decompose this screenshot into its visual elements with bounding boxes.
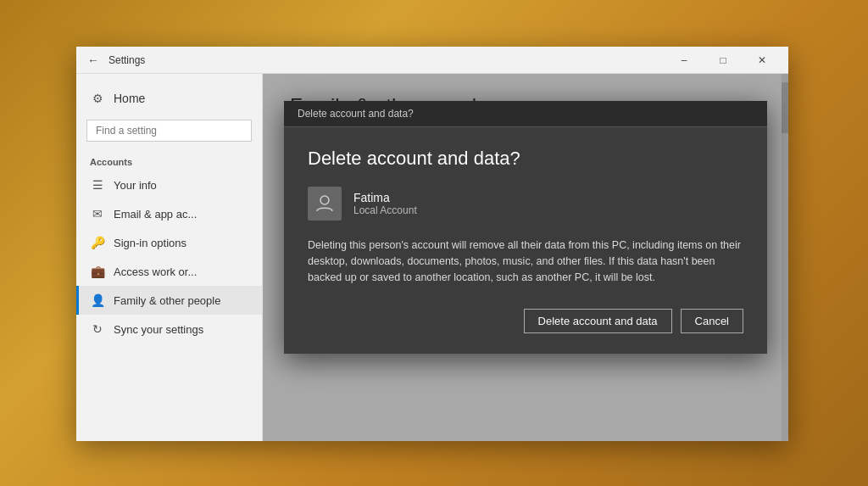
- sidebar-section-label: Accounts: [76, 148, 262, 170]
- dialog-titlebar: Delete account and data?: [284, 101, 767, 127]
- sidebar-item-your-info[interactable]: ☰ Your info: [76, 170, 262, 199]
- minimize-button[interactable]: –: [665, 47, 704, 74]
- sidebar-item-signin[interactable]: 🔑 Sign-in options: [76, 228, 262, 257]
- cancel-button[interactable]: Cancel: [681, 309, 743, 333]
- dialog-account-type: Local Account: [353, 204, 417, 216]
- sync-icon: ↻: [90, 321, 105, 337]
- svg-point-0: [320, 196, 329, 204]
- sidebar: ⚙ Home Accounts ☰ Your info ✉ Email & ap…: [76, 74, 263, 441]
- dialog-titlebar-text: Delete account and data?: [298, 108, 414, 120]
- dialog-user-row: Fatima Local Account: [308, 187, 743, 221]
- sidebar-item-label: Email & app ac...: [114, 208, 197, 221]
- dialog-username: Fatima: [353, 191, 417, 204]
- dialog-overlay: Delete account and data? Delete account …: [263, 74, 788, 441]
- main-content: Family & other people Set up assigned ac…: [263, 74, 788, 441]
- dialog-body: Delete account and data? Fatima: [284, 127, 767, 354]
- sidebar-item-access[interactable]: 💼 Access work or...: [76, 257, 262, 286]
- sidebar-item-family[interactable]: 👤 Family & other people: [76, 286, 262, 315]
- window-controls: – □ ✕: [665, 47, 782, 74]
- maximize-button[interactable]: □: [704, 47, 743, 74]
- sidebar-item-label: Sign-in options: [114, 237, 186, 249]
- home-label: Home: [114, 92, 145, 105]
- window-body: ⚙ Home Accounts ☰ Your info ✉ Email & ap…: [76, 74, 788, 441]
- sidebar-item-label: Sync your settings: [114, 323, 203, 336]
- signin-icon: 🔑: [90, 235, 105, 250]
- access-icon: 💼: [90, 264, 105, 279]
- search-input[interactable]: [86, 120, 252, 142]
- sidebar-item-label: Family & other people: [114, 294, 220, 307]
- dialog-heading: Delete account and data?: [308, 148, 743, 170]
- settings-window: ← Settings – □ ✕ ⚙ Home Accounts ☰ Your …: [76, 47, 788, 441]
- dialog-user-info: Fatima Local Account: [353, 191, 417, 216]
- delete-account-button[interactable]: Delete account and data: [524, 309, 672, 333]
- window-title: Settings: [108, 54, 665, 66]
- sidebar-item-email[interactable]: ✉ Email & app ac...: [76, 199, 262, 228]
- sidebar-home[interactable]: ⚙ Home: [76, 84, 262, 113]
- delete-dialog: Delete account and data? Delete account …: [284, 101, 767, 354]
- sidebar-item-label: Access work or...: [114, 265, 197, 278]
- avatar: [308, 187, 342, 221]
- dialog-actions: Delete account and data Cancel: [308, 309, 743, 333]
- dialog-warning-text: Deleting this person's account will remo…: [308, 237, 743, 285]
- email-icon: ✉: [90, 206, 105, 221]
- titlebar: ← Settings – □ ✕: [76, 47, 788, 74]
- home-icon: ⚙: [90, 91, 105, 106]
- sidebar-item-label: Your info: [114, 179, 157, 192]
- sidebar-item-sync[interactable]: ↻ Sync your settings: [76, 315, 262, 344]
- back-button[interactable]: ←: [83, 50, 103, 70]
- family-icon: 👤: [90, 293, 105, 308]
- close-button[interactable]: ✕: [743, 47, 782, 74]
- your-info-icon: ☰: [90, 177, 105, 193]
